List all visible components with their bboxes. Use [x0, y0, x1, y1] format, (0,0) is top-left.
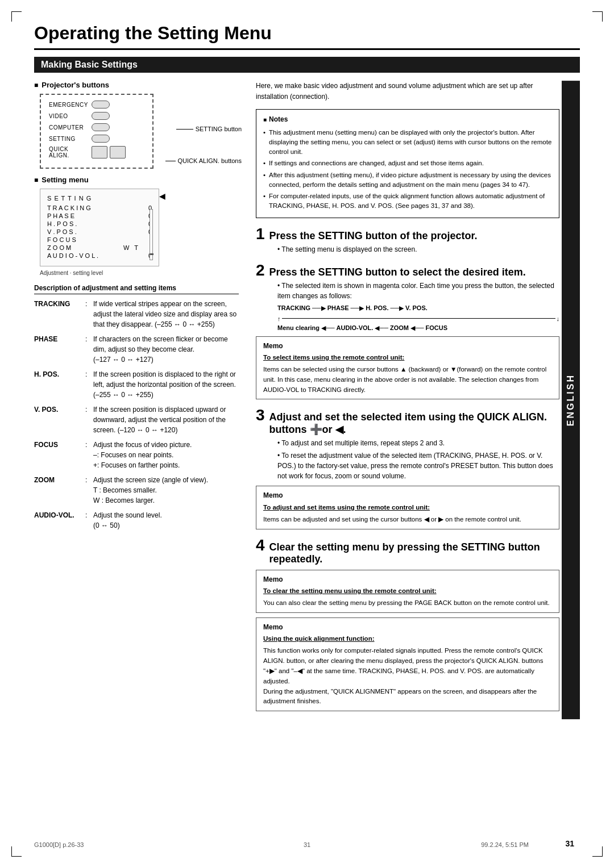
- menu-title: S E T T I N G: [47, 195, 152, 202]
- proj-btn-setting: [92, 135, 110, 143]
- corner-mark-tl: [11, 11, 22, 22]
- memo-subheader-4: Using the quick alignment function:: [263, 634, 552, 644]
- footer-center: 31: [304, 841, 310, 848]
- flow-focus: FOCUS: [426, 324, 448, 331]
- right-column: Here, we make basic video adjustment and…: [256, 81, 580, 719]
- proj-label-video: VIDEO: [49, 113, 92, 119]
- note-item-3: After this adjustment (setting menu), if…: [263, 170, 552, 190]
- flow-hpos: H. POS.: [366, 304, 388, 311]
- flow-connector: ↑ ↓: [277, 315, 559, 322]
- desc-section: Description of adjustment and setting it…: [34, 284, 239, 531]
- menu-item-focus: F O C U S: [47, 236, 152, 243]
- note-item-2: If settings and connections are changed,…: [263, 158, 552, 168]
- step-3-num: 3: [256, 407, 265, 423]
- flow-zoom: ZOOM: [390, 324, 409, 331]
- desc-def-vpos: If the screen position is displaced upwa…: [93, 404, 239, 435]
- memo-text-1: Items can be selected using the cursor b…: [263, 365, 552, 395]
- quick-align-label: QUICK ALIGN. buttons: [178, 157, 242, 164]
- step-2: 2 Press the SETTING button to select the…: [256, 262, 559, 400]
- proj-btn-emergency: [92, 101, 110, 108]
- projector-buttons-title: Projector's buttons: [34, 81, 239, 89]
- memo-subheader-1: To select items using the remote control…: [263, 353, 552, 363]
- menu-item-hpos: H . P O S .0: [47, 220, 152, 227]
- desc-row-zoom: ZOOM : Adjust the screen size (angle of …: [34, 475, 239, 506]
- desc-term-hpos: H. POS.: [34, 369, 85, 400]
- setting-menu-title: Setting menu: [34, 176, 239, 184]
- note-item-4: For computer-related inputs, use of the …: [263, 191, 552, 211]
- step-2-heading: 2 Press the SETTING button to select the…: [256, 262, 559, 278]
- desc-term-vpos: V. POS.: [34, 404, 85, 435]
- desc-def-phase: If characters on the screen flicker or b…: [93, 334, 239, 365]
- corner-mark-tr: [592, 11, 603, 22]
- step-3-sub-2: To reset the adjustment value of the sel…: [277, 450, 559, 481]
- memo-subheader-2: To adjust and set items using the remote…: [263, 503, 552, 513]
- step-1-heading: 1 Press the SETTING button of the projec…: [256, 226, 559, 242]
- memo-box-1: Memo To select items using the remote co…: [256, 336, 559, 400]
- quick-align-annotation: QUICK ALIGN. buttons: [165, 157, 242, 164]
- footer-left: G1000[D] p.26-33: [34, 841, 84, 848]
- corner-mark-bl: [11, 846, 22, 857]
- memo-box-4: Memo Using the quick alignment function:…: [256, 617, 559, 711]
- proj-label-emergency: EMERGENCY: [49, 102, 92, 108]
- adj-label: Adjustment · setting level: [40, 270, 239, 276]
- menu-item-zoom: Z O O MW T: [47, 244, 152, 251]
- desc-def-focus: Adjust the focus of video picture.–: Foc…: [93, 440, 239, 470]
- proj-label-computer: COMPUTER: [49, 124, 92, 131]
- proj-btn-video: [92, 112, 110, 120]
- proj-row-emergency: EMERGENCY: [49, 101, 144, 108]
- menu-item-audiovol: A U D I O - V O L .0: [47, 252, 152, 259]
- desc-term-focus: FOCUS: [34, 440, 85, 470]
- footer-right: 99.2.24, 5:51 PM: [481, 841, 529, 848]
- desc-term-audiovol: AUDIO-VOL.: [34, 510, 85, 531]
- desc-row-audiovol: AUDIO-VOL. : Adjust the sound level.(0 ↔…: [34, 510, 239, 531]
- memo-text-3: You can also clear the setting menu by p…: [263, 598, 552, 608]
- left-column: Projector's buttons EMERGENCY VIDEO: [34, 81, 239, 719]
- flow-row-1: TRACKING ──▶ PHASE ──▶ H. POS. ──▶ V. PO…: [277, 304, 559, 312]
- menu-item-tracking: T R A C K I N G0: [47, 205, 152, 211]
- menu-item-phase: P H A S E0: [47, 212, 152, 219]
- desc-row-tracking: TRACKING : If wide vertical stripes appe…: [34, 299, 239, 329]
- projector-diagram: EMERGENCY VIDEO COMPUTER S: [40, 94, 154, 169]
- proj-row-setting: SETTING: [49, 135, 144, 143]
- notes-header: Notes: [263, 114, 552, 125]
- menu-slider: [150, 209, 153, 260]
- english-label: ENGLISH: [566, 374, 576, 426]
- step-1-sub: The setting menu is displayed on the scr…: [277, 244, 559, 254]
- desc-row-vpos: V. POS. : If the screen position is disp…: [34, 404, 239, 435]
- proj-btn-computer: [92, 123, 110, 131]
- section-header: Making Basic Settings: [34, 57, 580, 73]
- desc-def-hpos: If the screen position is displaced to t…: [93, 369, 239, 400]
- flow-vpos: V. POS.: [405, 304, 428, 311]
- quick-align-btns: [92, 146, 126, 158]
- proj-label-quickalign: QUICKALIGN.: [49, 146, 92, 158]
- desc-row-phase: PHASE : If characters on the screen flic…: [34, 334, 239, 365]
- memo-text-2: Items can be adjusted and set using the …: [263, 515, 552, 525]
- proj-btn-qa2: [110, 146, 126, 158]
- memo-header-4: Memo: [263, 622, 552, 633]
- english-sidebar: ENGLISH: [562, 81, 580, 719]
- menu-arrow: ◀: [159, 191, 165, 201]
- proj-btn-qa1: [92, 146, 107, 158]
- step-4-heading: 4 Clear the setting menu by pressing the…: [256, 537, 559, 565]
- step-4: 4 Clear the setting menu by pressing the…: [256, 537, 559, 712]
- page-title: Operating the Setting Menu: [34, 23, 580, 50]
- step-1-title: Press the SETTING button of the projecto…: [269, 230, 478, 242]
- proj-row-video: VIDEO: [49, 112, 144, 120]
- step-3-title: Adjust and set the selected item using t…: [269, 411, 559, 436]
- slider-thumb: [150, 253, 154, 255]
- desc-title: Description of adjustment and setting it…: [34, 284, 239, 294]
- desc-def-audiovol: Adjust the sound level.(0 ↔ 50): [93, 510, 239, 531]
- note-item-1: This adjustment menu (setting menu) can …: [263, 128, 552, 157]
- step-2-num: 2: [256, 262, 265, 278]
- memo-box-3: Memo To clear the setting menu using the…: [256, 570, 559, 613]
- step-2-title: Press the SETTING button to select the d…: [269, 266, 526, 278]
- memo-header-3: Memo: [263, 574, 552, 585]
- step-1-num: 1: [256, 226, 265, 242]
- setting-btn-annotation: SETTING button: [176, 126, 242, 132]
- menu-item-vpos: V . P O S .0: [47, 228, 152, 235]
- memo-subheader-3: To clear the setting menu using the remo…: [263, 586, 552, 596]
- corner-mark-br: [592, 846, 603, 857]
- proj-label-setting: SETTING: [49, 136, 92, 142]
- desc-def-tracking: If wide vertical stripes appear on the s…: [93, 299, 239, 329]
- step-3-sub-1: To adjust and set multiple items, repeat…: [277, 438, 559, 448]
